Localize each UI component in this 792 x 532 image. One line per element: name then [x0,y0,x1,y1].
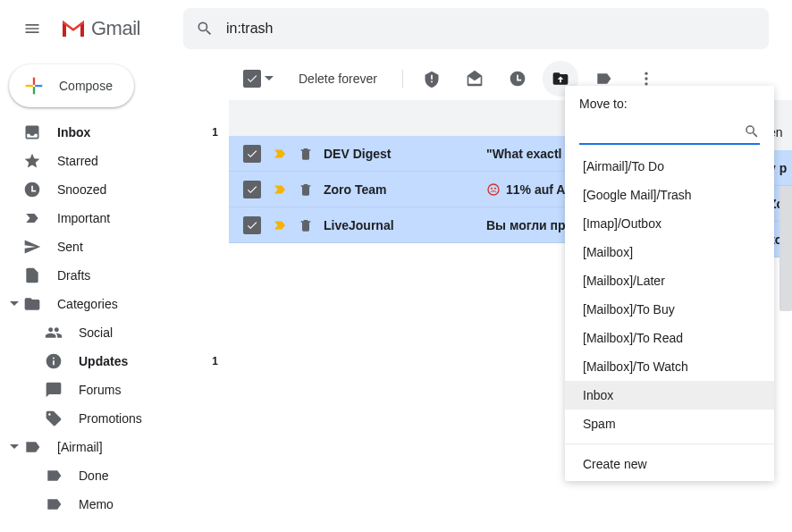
caret-down-icon [5,443,23,452]
sidebar-item-label: Memo [79,497,218,511]
sidebar-item-starred[interactable]: Starred [0,147,229,175]
row-checkbox[interactable] [243,216,261,234]
chat-icon [45,381,63,399]
check-icon [246,219,258,232]
check-icon [246,72,258,85]
sidebar-item-updates[interactable]: Updates 1 [21,347,229,376]
important-icon [23,209,41,227]
search-bar[interactable] [183,8,769,49]
sidebar-item-label: Starred [57,154,218,168]
report-spam-button[interactable] [414,61,450,97]
move-to-panel: Move to: [Airmail]/To Do [Google Mail]/T… [565,86,774,481]
sidebar-item-count: 1 [212,355,218,367]
sidebar-item-label: Drafts [57,268,218,283]
row-checkbox[interactable] [243,181,261,198]
search-icon [196,20,214,38]
svg-point-3 [488,184,499,195]
row-checkbox[interactable] [243,145,261,163]
sidebar-item-label: Inbox [57,125,212,139]
panel-search-input[interactable] [579,124,744,139]
sidebar-item-promotions[interactable]: Promotions [21,404,229,433]
gmail-logo[interactable]: Gmail [61,17,140,40]
send-icon [23,238,41,256]
search-input[interactable] [226,21,756,37]
svg-point-2 [645,82,647,85]
sidebar-item-snoozed[interactable]: Snoozed [0,175,229,204]
move-option[interactable]: Spam [565,410,774,438]
folder-icon [23,295,41,313]
delete-forever-button[interactable]: Delete forever [284,72,392,86]
sidebar-item-categories[interactable]: Categories [0,290,229,318]
separator [402,70,403,88]
nav-list: Inbox 1 Starred Snoozed Important Sent [0,118,229,519]
row-sender: LiveJournal [324,218,476,232]
airmail-sublist: Done Memo [0,461,229,519]
sidebar-item-label: Forums [79,383,218,397]
sidebar-item-memo[interactable]: Memo [21,490,229,519]
compose-label: Compose [59,79,113,93]
sidebar-item-airmail[interactable]: [Airmail] [0,433,229,461]
main-menu-button[interactable] [14,11,50,46]
create-new-label[interactable]: Create new [565,450,774,474]
header: Gmail [0,0,792,57]
sidebar-item-label: Promotions [79,411,218,426]
badge-icon [486,182,501,197]
compose-button[interactable]: Compose [9,64,134,107]
sidebar-item-label: Updates [79,354,212,368]
move-option-inbox[interactable]: Inbox [565,381,774,410]
select-dropdown[interactable] [261,74,277,83]
move-option[interactable]: [Mailbox] [565,238,774,266]
important-marker-icon[interactable] [272,182,288,198]
clock-icon [509,70,527,88]
move-option[interactable]: [Mailbox]/To Read [565,324,774,352]
label-icon [23,438,41,456]
sidebar-item-drafts[interactable]: Drafts [0,261,229,290]
row-subject-text: 11% auf A [506,182,565,197]
file-icon [23,266,41,284]
more-vert-icon [637,70,655,88]
move-option[interactable]: [Google Mail]/Trash [565,181,774,209]
row-sender: Zoro Team [324,182,476,197]
move-option[interactable]: [Airmail]/To Do [565,152,774,181]
hamburger-icon [23,20,41,38]
sidebar-item-forums[interactable]: Forums [21,376,229,404]
sidebar-item-sent[interactable]: Sent [0,232,229,261]
panel-list: [Airmail]/To Do [Google Mail]/Trash [Ima… [565,152,774,474]
info-icon [45,352,63,370]
inbox-icon [23,123,41,141]
svg-point-1 [645,77,647,80]
star-icon [23,152,41,170]
sidebar-item-label: Important [57,211,218,225]
panel-search[interactable] [579,120,760,145]
select-all-checkbox[interactable] [243,70,261,88]
scrollbar-thumb[interactable] [779,186,792,311]
sidebar: Compose Inbox 1 Starred Snoozed Importan… [0,57,229,532]
mark-read-button[interactable] [457,61,493,97]
check-icon [246,183,258,196]
categories-sublist: Social Updates 1 Forums Promotions [0,318,229,433]
move-option[interactable]: [Mailbox]/Later [565,266,774,295]
row-sender: DEV Digest [324,147,476,161]
trash-label-icon [299,182,313,197]
sidebar-item-inbox[interactable]: Inbox 1 [0,118,229,147]
snooze-button[interactable] [500,61,535,97]
important-marker-icon[interactable] [272,146,288,162]
sidebar-item-done[interactable]: Done [21,461,229,490]
move-option[interactable]: [Mailbox]/To Buy [565,295,774,324]
trash-label-icon [299,147,313,161]
mail-open-icon [466,70,484,88]
select-all-combo[interactable] [243,70,277,88]
sidebar-item-label: Snoozed [57,182,218,197]
sidebar-item-social[interactable]: Social [21,318,229,347]
trash-label-icon [299,218,313,232]
move-option[interactable]: [Mailbox]/To Watch [565,352,774,381]
sidebar-item-label: Sent [57,240,218,254]
move-option[interactable]: [Imap]/Outbox [565,209,774,238]
label-icon [45,495,63,513]
important-marker-icon[interactable] [272,217,288,233]
tag-icon [45,410,63,427]
check-icon [246,148,258,160]
sidebar-item-important[interactable]: Important [0,204,229,232]
sidebar-item-label: Categories [57,297,218,311]
gmail-logo-text: Gmail [91,17,140,40]
